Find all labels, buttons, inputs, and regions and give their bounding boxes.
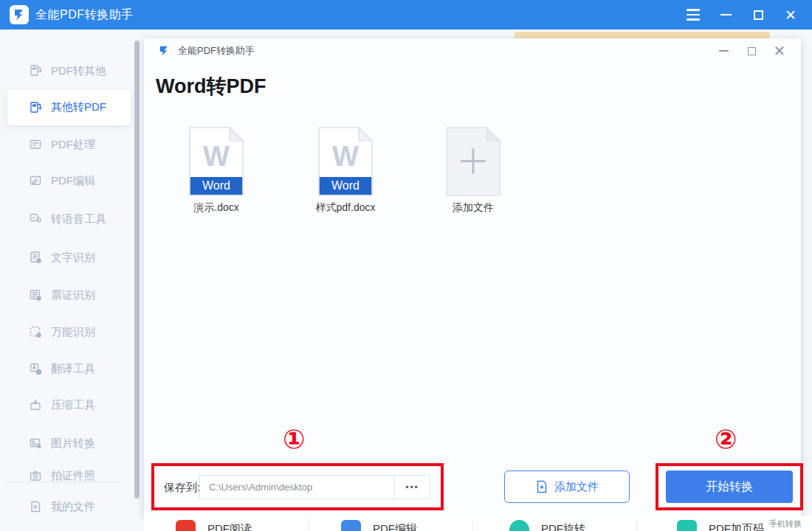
add-file-button[interactable]: 添加文件 — [504, 471, 630, 503]
pdf-page-number-icon — [677, 520, 697, 531]
close-button[interactable]: ✕ — [780, 4, 802, 26]
file-name: 样式pdf.docx — [301, 201, 390, 215]
to-speech-icon — [28, 212, 43, 226]
file-plus-icon — [535, 480, 548, 493]
feature-pdf-page-number[interactable]: PDF加页码 手机转换 — [677, 520, 764, 531]
menu-icon[interactable] — [682, 4, 704, 26]
id-photo-icon — [28, 468, 43, 482]
sidebar-item-text-ocr[interactable]: 文字识别 — [0, 243, 144, 272]
universal-ocr-icon — [28, 324, 43, 339]
browse-button[interactable]: ••• — [394, 475, 430, 499]
sidebar-item-ticket-ocr[interactable]: 票证识别 — [0, 280, 144, 310]
sidebar-item-translate[interactable]: 翻译工具 — [0, 354, 144, 384]
sidebar-item-id-photo[interactable]: 拍证件照 — [0, 461, 144, 482]
sidebar-item-label: 图片转换 — [51, 437, 95, 451]
text-ocr-icon — [28, 250, 43, 265]
sidebar-item-label: 我的文件 — [51, 500, 95, 514]
dialog-title: 全能PDF转换助手 — [178, 44, 255, 58]
main-titlebar: 全能PDF转换助手 ✕ — [0, 0, 812, 30]
sidebar-item-compress[interactable]: 压缩工具 — [0, 390, 144, 420]
pdf-rotate-icon — [509, 520, 529, 531]
sidebar-item-label: PDF编辑 — [51, 174, 95, 188]
pdf-edit-feature-icon — [341, 520, 361, 531]
sidebar-item-label: 其他转PDF — [51, 100, 106, 114]
svg-text:Word: Word — [202, 179, 230, 192]
add-file-tile-label: 添加文件 — [429, 201, 517, 215]
word-file-icon: W Word — [318, 127, 373, 196]
dialog-maximize-button[interactable] — [742, 41, 761, 60]
sidebar-item-image-convert[interactable]: 图片转换 — [0, 428, 144, 458]
add-file-button-label: 添加文件 — [554, 480, 599, 494]
sidebar-item-label: 拍证件照 — [51, 469, 95, 482]
sidebar-item-to-speech[interactable]: 转语音工具 — [0, 204, 144, 234]
word-to-pdf-dialog: 全能PDF转换助手 ✕ Word转PDF W Word 演示.docx — [144, 38, 801, 516]
save-path-input[interactable] — [199, 475, 394, 499]
convert-button[interactable]: 开始转换 — [666, 471, 793, 503]
sidebar-item-label: 翻译工具 — [51, 362, 95, 376]
sidebar-item-label: 压缩工具 — [51, 398, 95, 412]
pdf-edit-icon — [28, 173, 43, 188]
feature-pdf-rotate[interactable]: PDF旋转 — [509, 520, 585, 531]
file-name: 演示.docx — [172, 201, 261, 215]
ticket-ocr-icon — [28, 288, 43, 302]
maximize-button[interactable] — [747, 4, 769, 26]
sidebar-item-other-to-pdf[interactable]: 其他转PDF — [7, 89, 131, 125]
other-to-pdf-icon — [28, 100, 43, 115]
feature-pdf-edit[interactable]: PDF编辑 — [341, 520, 417, 531]
app-window: 全能PDF转换助手 ✕ PDF转其他 — [0, 0, 812, 531]
app-logo-icon — [10, 5, 29, 24]
pdf-reader-icon — [176, 520, 196, 531]
svg-text:W: W — [203, 141, 230, 172]
sidebar-item-my-files[interactable]: 我的文件 — [0, 492, 144, 521]
background-banner-edge — [515, 32, 770, 38]
dialog-minimize-button[interactable] — [714, 41, 733, 60]
dialog-logo-icon — [157, 44, 172, 58]
image-convert-icon — [28, 436, 43, 451]
translate-icon — [28, 361, 43, 376]
sidebar-item-label: 万能识别 — [51, 325, 95, 339]
pdf-process-icon — [28, 137, 43, 152]
page-title: Word转PDF — [156, 73, 266, 100]
convert-button-label: 开始转换 — [706, 479, 753, 495]
app-title: 全能PDF转换助手 — [35, 7, 134, 23]
sidebar-item-label: 票证识别 — [51, 288, 95, 302]
file-tile[interactable]: W Word 样式pdf.docx — [301, 127, 390, 215]
dialog-close-button[interactable]: ✕ — [770, 41, 789, 60]
sidebar-item-pdf-edit[interactable]: PDF编辑 — [0, 166, 144, 195]
my-files-icon — [28, 499, 43, 514]
file-tile[interactable]: W Word 演示.docx — [172, 127, 261, 215]
annotation-step-1: ① — [283, 426, 305, 453]
sidebar-scrollbar[interactable] — [134, 41, 140, 499]
feature-pdf-reader[interactable]: PDF阅读 — [176, 520, 252, 531]
sidebar-divider — [6, 482, 124, 482]
sidebar: PDF转其他 其他转PDF PDF处理 — [0, 30, 144, 531]
dialog-titlebar: 全能PDF转换助手 ✕ — [144, 38, 801, 63]
svg-text:Word: Word — [331, 179, 359, 192]
sidebar-item-pdf-process[interactable]: PDF处理 — [0, 130, 144, 159]
sidebar-item-label: 文字识别 — [51, 251, 95, 265]
background-feature-strip: PDF阅读 PDF编辑 PDF旋转 PDF加页码 手机转换 — [144, 516, 812, 531]
minimize-button[interactable] — [715, 4, 737, 26]
sidebar-item-label: 转语音工具 — [51, 212, 106, 226]
add-file-icon — [446, 127, 500, 196]
sidebar-item-universal-ocr[interactable]: 万能识别 — [0, 317, 144, 347]
mobile-convert-label: 手机转换 — [769, 518, 802, 530]
pdf-to-other-icon — [28, 63, 43, 78]
sidebar-item-label: PDF处理 — [51, 138, 95, 152]
add-file-tile[interactable]: 添加文件 — [429, 127, 517, 215]
svg-text:W: W — [332, 141, 359, 172]
word-file-icon: W Word — [189, 127, 244, 196]
sidebar-item-label: PDF转其他 — [51, 64, 106, 78]
save-to-label: 保存到: — [164, 481, 200, 495]
annotation-step-2: ② — [715, 426, 737, 453]
sidebar-item-pdf-to-other[interactable]: PDF转其他 — [0, 56, 144, 86]
compress-icon — [28, 398, 43, 412]
